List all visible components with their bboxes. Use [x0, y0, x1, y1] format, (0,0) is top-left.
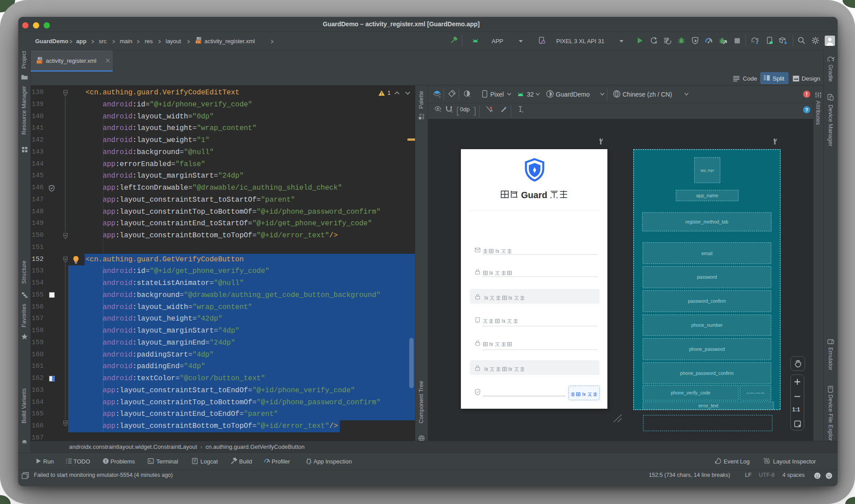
- svg-text:?: ?: [805, 107, 808, 113]
- svg-text:A: A: [655, 41, 657, 45]
